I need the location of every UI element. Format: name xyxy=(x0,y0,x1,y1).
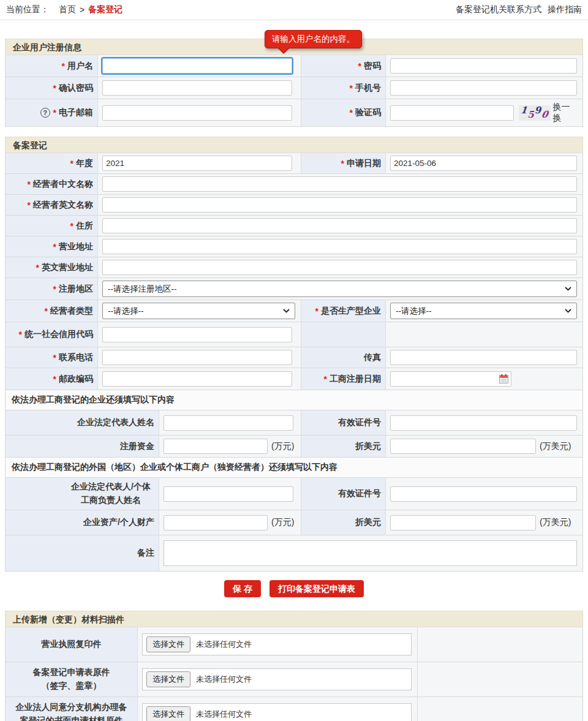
branch-consent-file-cell: 选择文件 未选择任何文件 xyxy=(137,697,417,721)
save-button[interactable]: 保 存 xyxy=(224,580,261,597)
help-question-icon[interactable]: ? xyxy=(40,108,50,118)
filing-table: * 年度 * 申请日期 * 经营者中文名称 xyxy=(5,153,583,572)
username-validation-tooltip: 请输入用户名的内容。 xyxy=(265,30,362,48)
captcha-cell: 1 5 9 0 换一换 xyxy=(385,99,582,126)
row-phone-fax: * 联系电话 传真 xyxy=(6,347,582,368)
is-manufacturer-label: * 是否生产型企业 xyxy=(301,300,385,322)
register-date-input[interactable] xyxy=(390,371,511,387)
password-input[interactable] xyxy=(390,58,577,74)
postcode-input[interactable] xyxy=(102,371,292,387)
phone-input[interactable] xyxy=(102,350,292,365)
row-username-password: * 用户名 * 密码 xyxy=(6,55,582,77)
legal-rep-label: 企业法定代表人姓名 xyxy=(6,410,159,435)
credit-code-label: * 统一社会信用代码 xyxy=(6,322,97,347)
id-number-input[interactable] xyxy=(390,415,577,431)
register-region-select[interactable]: --请选择注册地区-- xyxy=(102,281,577,297)
breadcrumb: 当前位置： 首页 > 备案登记 xyxy=(6,4,123,15)
mobile-cell xyxy=(385,77,582,99)
row-operator-type: * 经营者类型 --请选择-- * 是否生产型企业 --请选择-- xyxy=(6,300,582,322)
application-original-extra-cell xyxy=(417,662,582,696)
print-application-button[interactable]: 打印备案登记申请表 xyxy=(270,580,364,597)
mobile-input[interactable] xyxy=(390,80,577,96)
breadcrumb-home-link[interactable]: 首页 xyxy=(59,4,76,15)
operator-type-label: * 经营者类型 xyxy=(6,300,97,322)
row-remark: 备注 xyxy=(6,535,582,571)
register-region-cell: --请选择注册地区-- xyxy=(97,278,582,300)
is-manufacturer-select[interactable]: --请选择-- xyxy=(390,303,577,319)
foreign-id-input[interactable] xyxy=(390,486,577,502)
registered-capital-cell: (万元) xyxy=(159,436,301,457)
year-input[interactable] xyxy=(102,156,292,171)
tooltip-text: 请输入用户名的内容。 xyxy=(272,34,355,43)
password-label: * 密码 xyxy=(301,55,385,77)
username-input[interactable] xyxy=(102,58,292,74)
username-label: * 用户名 xyxy=(6,55,97,77)
assets-usd-input[interactable] xyxy=(390,515,536,530)
en-business-address-input[interactable] xyxy=(102,260,577,275)
contact-info-link[interactable]: 备案登记机关联系方式 xyxy=(456,4,541,15)
business-address-cell xyxy=(97,236,582,257)
row-branch-consent: 企业法人同意分支机构办理备案登记的书面申请材料原件 选择文件 未选择任何文件 xyxy=(6,696,582,721)
phone-label: * 联系电话 xyxy=(6,347,97,368)
phone-cell xyxy=(97,347,301,368)
en-name-input[interactable] xyxy=(102,197,577,213)
row-en-business-address: * 英文营业地址 xyxy=(6,257,582,277)
en-business-address-label: * 英文营业地址 xyxy=(6,257,97,277)
year-label: * 年度 xyxy=(6,153,97,173)
register-date-label: * 工商注册日期 xyxy=(301,368,385,390)
branch-consent-filebox: 选择文件 未选择任何文件 xyxy=(142,703,412,721)
usd-equiv-input[interactable] xyxy=(390,439,536,454)
choose-file-button[interactable]: 选择文件 xyxy=(146,636,190,652)
assets-usd-unit: (万美元) xyxy=(540,517,571,528)
apply-date-label: * 申请日期 xyxy=(301,153,385,173)
cn-name-input[interactable] xyxy=(102,176,577,192)
assets-unit: (万元) xyxy=(271,517,294,528)
assets-input[interactable] xyxy=(164,515,268,530)
usd-equiv-cell: (万美元) xyxy=(385,436,582,457)
choose-file-button[interactable]: 选择文件 xyxy=(146,706,190,721)
foreign-id-label: 有效证件号 xyxy=(301,478,385,510)
registered-capital-label: 注册资金 xyxy=(6,436,159,457)
calendar-icon[interactable] xyxy=(499,374,509,384)
fax-label: 传真 xyxy=(301,347,385,368)
row-residence: * 住所 xyxy=(6,215,582,236)
usd-equiv-unit: (万美元) xyxy=(540,441,571,452)
business-address-input[interactable] xyxy=(102,239,577,254)
captcha-refresh-link[interactable]: 换一换 xyxy=(553,102,579,124)
confirm-password-input[interactable] xyxy=(102,80,292,96)
row-credit-code: * 统一社会信用代码 xyxy=(6,322,582,347)
operator-type-select[interactable]: --请选择-- xyxy=(102,303,295,319)
business-address-label: * 营业地址 xyxy=(6,236,97,257)
application-original-label: 备案登记申请表原件（签字、盖章） xyxy=(6,662,137,696)
choose-file-button[interactable]: 选择文件 xyxy=(146,671,190,687)
residence-input[interactable] xyxy=(102,218,577,233)
credit-code-input[interactable] xyxy=(102,327,292,342)
captcha-image[interactable]: 1 5 9 0 xyxy=(519,105,551,121)
row-business-address: * 营业地址 xyxy=(6,236,582,257)
upload-section: 上传新增（变更）材料扫描件 营业执照复印件 选择文件 未选择任何文件 备案登记申… xyxy=(5,611,583,721)
email-cell xyxy=(97,99,301,126)
foreign-rep-input[interactable] xyxy=(164,486,293,502)
confirm-password-cell xyxy=(97,77,301,99)
breadcrumb-location-label: 当前位置： xyxy=(6,4,49,15)
top-bar: 当前位置： 首页 > 备案登记 备案登记机关联系方式 操作指南 xyxy=(0,0,588,20)
apply-date-input[interactable] xyxy=(390,156,577,171)
captcha-label: * 验证码 xyxy=(301,99,385,126)
en-name-label: * 经营者英文名称 xyxy=(6,195,97,215)
row-domestic-note: 依法办理工商登记的企业还须填写以下内容 xyxy=(6,390,582,410)
file-status-text: 未选择任何文件 xyxy=(196,674,252,685)
row-email-captcha: ? * 电子邮箱 * 验证码 1 5 9 0 换一换 xyxy=(6,99,582,126)
filing-section-title: 备案登记 xyxy=(5,137,583,153)
registered-capital-input[interactable] xyxy=(164,439,268,454)
postcode-cell xyxy=(97,368,301,390)
legal-rep-input[interactable] xyxy=(164,415,293,431)
fax-cell xyxy=(385,347,582,368)
captcha-input[interactable] xyxy=(390,105,514,121)
mobile-label: * 手机号 xyxy=(301,77,385,99)
fax-input[interactable] xyxy=(390,350,577,365)
confirm-password-label: * 确认密码 xyxy=(6,77,97,99)
email-input[interactable] xyxy=(102,105,292,121)
remark-textarea[interactable] xyxy=(164,540,577,566)
operation-guide-link[interactable]: 操作指南 xyxy=(548,4,582,15)
en-business-address-cell xyxy=(97,257,582,277)
